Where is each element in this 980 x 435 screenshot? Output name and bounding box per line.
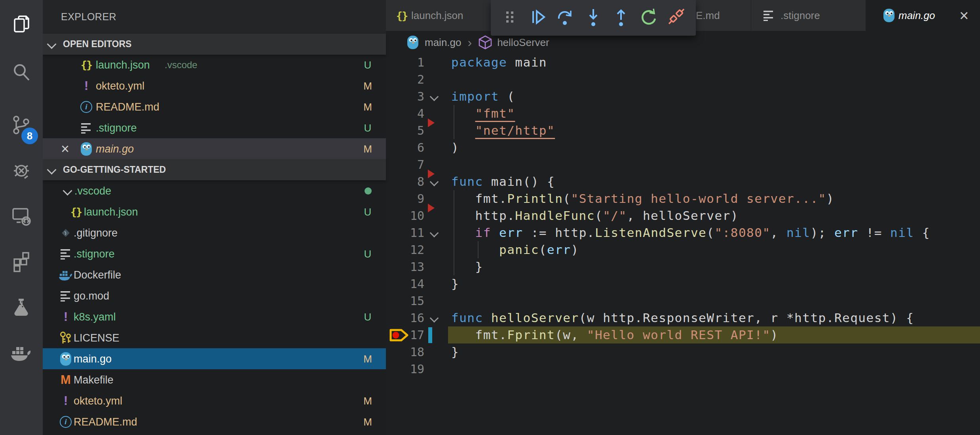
tree-item--gitignore[interactable]: .gitignore bbox=[43, 222, 386, 243]
line-number: 1 bbox=[386, 54, 424, 71]
yaml-file-icon: ! bbox=[59, 393, 73, 409]
section-header-open-editors[interactable]: OPEN EDITORS bbox=[43, 34, 386, 55]
tree-item-LICENSE[interactable]: LICENSE bbox=[43, 327, 386, 348]
code-line-2: 2 bbox=[386, 71, 980, 88]
code-line-17: 17 fmt.Fprint(w, "Hello world REST API!"… bbox=[386, 326, 980, 343]
tree-item-Dockerfile[interactable]: Dockerfile bbox=[43, 264, 386, 285]
file-label: README.md bbox=[96, 101, 160, 113]
activity-item-remote-explorer[interactable] bbox=[0, 196, 43, 237]
continue-button[interactable] bbox=[528, 8, 548, 28]
code-line-10: 10 http.HandleFunc("/", helloServer) bbox=[386, 207, 980, 224]
code-editor[interactable]: 1package main23import (4 "fmt"5 "net/htt… bbox=[386, 54, 980, 435]
breadcrumb-label: helloServer bbox=[497, 36, 549, 49]
open-editor-README-md[interactable]: iREADME.mdM bbox=[43, 96, 386, 117]
tree-item--stignore[interactable]: .stignoreU bbox=[43, 243, 386, 264]
whaleblue-file-icon bbox=[59, 267, 73, 283]
tree-item-main-go[interactable]: main.goM bbox=[43, 348, 386, 369]
section-header-label: OPEN EDITORS bbox=[63, 39, 131, 50]
fold-chevron-icon[interactable] bbox=[430, 314, 439, 323]
tree-item-README-md[interactable]: iREADME.mdM bbox=[43, 411, 386, 432]
fold-chevron-icon[interactable] bbox=[430, 92, 439, 101]
code-line-content[interactable]: if err := http.ListenAndServe(":8080", n… bbox=[451, 224, 930, 241]
info-file-icon: i bbox=[59, 414, 73, 430]
tree-item-launch-json[interactable]: {}launch.jsonU bbox=[43, 201, 386, 222]
activity-item-docker[interactable] bbox=[0, 333, 43, 374]
code-line-content[interactable]: package main bbox=[451, 54, 547, 71]
breadcrumb-segment-main-go[interactable]: main.go bbox=[406, 34, 462, 50]
code-line-content[interactable]: func main() { bbox=[451, 173, 555, 190]
open-editor-main-go[interactable]: ×main.goM bbox=[43, 138, 386, 159]
code-line-content[interactable]: } bbox=[451, 343, 459, 361]
open-editor-launch-json[interactable]: {}launch.json.vscodeU bbox=[43, 54, 386, 75]
step-over-button[interactable] bbox=[556, 8, 575, 28]
listlines-file-icon bbox=[762, 8, 776, 23]
tree-item-okteto-yml[interactable]: !okteto.ymlM bbox=[43, 390, 386, 411]
debug-toolbar-drag-handle[interactable] bbox=[500, 8, 520, 28]
breadcrumb-segment-helloServer[interactable]: helloServer bbox=[478, 34, 549, 50]
activity-item-explorer[interactable] bbox=[0, 5, 43, 46]
restart-button[interactable] bbox=[639, 8, 659, 28]
activity-item-testing[interactable] bbox=[0, 287, 43, 328]
disconnect-button[interactable] bbox=[667, 8, 686, 28]
gopher-file-icon bbox=[882, 8, 896, 23]
code-line-content[interactable]: "net/http" bbox=[451, 122, 555, 139]
line-number: 18 bbox=[386, 343, 424, 361]
line-number: 4 bbox=[386, 105, 424, 122]
open-editor-okteto-yml[interactable]: !okteto.ymlM bbox=[43, 75, 386, 96]
fold-chevron-icon[interactable] bbox=[430, 177, 439, 187]
code-line-11: 11 if err := http.ListenAndServe(":8080"… bbox=[386, 224, 980, 241]
extensions-icon bbox=[11, 251, 32, 274]
code-line-content[interactable]: ) bbox=[451, 139, 459, 156]
tree-item-Makefile[interactable]: MMakefile bbox=[43, 369, 386, 390]
git-status-badge: M bbox=[359, 80, 376, 92]
close-icon[interactable]: × bbox=[959, 7, 969, 25]
tree-item-k8s-yaml[interactable]: !k8s.yamlU bbox=[43, 306, 386, 327]
step-out-button[interactable] bbox=[611, 8, 631, 28]
line-number: 3 bbox=[386, 88, 424, 105]
indent-guide bbox=[454, 105, 454, 139]
code-line-15: 15 bbox=[386, 292, 980, 309]
line-number: 8 bbox=[386, 173, 424, 190]
line-number: 15 bbox=[386, 292, 424, 309]
code-line-content[interactable]: fmt.Fprint(w, "Hello world REST API!") bbox=[451, 326, 779, 343]
close-icon[interactable]: × bbox=[61, 142, 69, 156]
tab--stignore[interactable]: .stignore bbox=[751, 0, 866, 31]
file-label: .stignore bbox=[74, 248, 115, 260]
code-line-14: 14} bbox=[386, 275, 980, 292]
code-line-1: 1package main bbox=[386, 54, 980, 71]
code-line-content[interactable]: "fmt" bbox=[451, 105, 515, 122]
testing-icon bbox=[11, 296, 32, 319]
code-line-4: 4 "fmt" bbox=[386, 105, 980, 122]
fold-chevron-icon[interactable] bbox=[430, 229, 439, 238]
tab-launch-json[interactable]: {}launch.json bbox=[386, 0, 492, 31]
code-line-content[interactable]: import ( bbox=[451, 88, 515, 105]
code-line-content[interactable]: } bbox=[451, 258, 483, 275]
chevron-down-icon bbox=[63, 186, 72, 195]
code-line-12: 12 panic(err) bbox=[386, 241, 980, 258]
section-header-go-getting-started[interactable]: GO-GETTING-STARTED bbox=[43, 159, 386, 180]
tab-main-go[interactable]: main.go× bbox=[866, 0, 980, 31]
code-line-18: 18} bbox=[386, 343, 980, 361]
activity-item-run-and-debug[interactable] bbox=[0, 151, 43, 192]
tree-item--vscode[interactable]: .vscode bbox=[43, 180, 386, 201]
git-status-badge: U bbox=[359, 311, 376, 323]
code-line-content[interactable]: http.HandleFunc("/", helloServer) bbox=[451, 207, 739, 224]
line-number: 12 bbox=[386, 241, 424, 258]
code-line-content[interactable]: func helloServer(w http.ResponseWriter, … bbox=[451, 309, 914, 326]
yaml-file-icon: ! bbox=[79, 78, 93, 94]
step-into-button[interactable] bbox=[583, 8, 603, 28]
tab-label: main.go bbox=[898, 10, 935, 22]
activity-item-source-control[interactable]: 8 bbox=[0, 105, 43, 147]
line-number: 2 bbox=[386, 71, 424, 88]
code-line-content[interactable]: } bbox=[451, 275, 459, 292]
sidebar-title: EXPLORER bbox=[43, 0, 386, 34]
tab-label: .stignore bbox=[781, 10, 820, 22]
open-editor--stignore[interactable]: .stignoreU bbox=[43, 117, 386, 138]
git-modified-dot-badge bbox=[365, 187, 372, 195]
code-line-content[interactable]: fmt.Println("Starting hello-world server… bbox=[451, 190, 834, 207]
code-line-content[interactable]: panic(err) bbox=[451, 241, 579, 258]
activity-item-search[interactable] bbox=[0, 53, 43, 94]
activity-item-extensions[interactable] bbox=[0, 242, 43, 283]
tree-item-go-mod[interactable]: go.mod bbox=[43, 285, 386, 306]
search-icon bbox=[11, 62, 32, 85]
